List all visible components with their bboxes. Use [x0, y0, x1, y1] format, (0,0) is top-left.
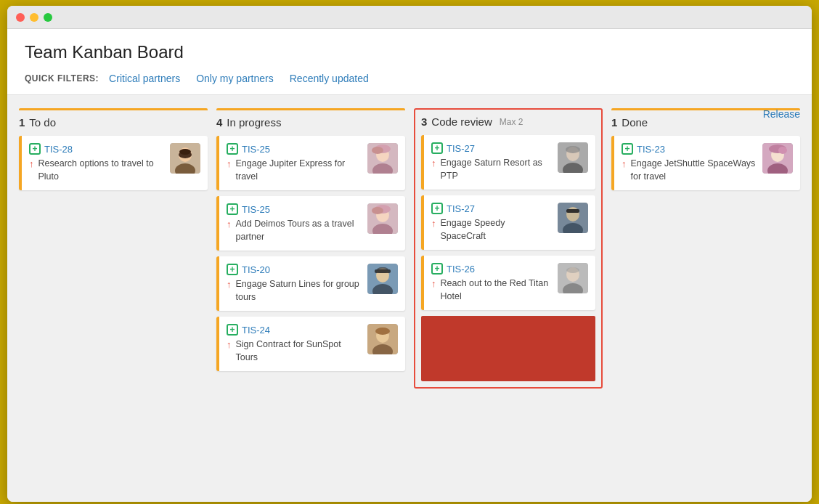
card-desc: ↑ Research options to travel to Pluto	[29, 158, 164, 183]
card-desc-text: Engage Speedy SpaceCraft	[441, 217, 553, 243]
card-desc-text: Sign Contract for SunSpot Tours	[236, 338, 362, 364]
svg-rect-31	[566, 209, 579, 213]
priority-icon: ↑	[227, 278, 232, 291]
app-window: Team Kanban Board QUICK FILTERS: Critica…	[7, 6, 812, 502]
card-id-row: + TIS-25	[227, 203, 362, 215]
card-desc: ↑ Engage Jupiter Express for travel	[227, 158, 362, 183]
quick-filters-label: QUICK FILTERS:	[25, 73, 99, 84]
avatar	[367, 324, 398, 354]
done-count: 1	[611, 116, 617, 129]
column-codereview: 3 Code review Max 2 + TIS-27 ↑	[414, 108, 603, 489]
todo-count: 1	[19, 116, 25, 129]
avatar-image	[367, 203, 398, 234]
add-icon: +	[431, 142, 443, 154]
done-cards: + TIS-23 ↑ Engage JetShuttle SpaceWays f…	[611, 136, 800, 190]
card-content: + TIS-28 ↑ Research options to travel to…	[29, 143, 164, 183]
card-content: + TIS-25 ↑ Add Deimos Tours as a travel …	[227, 203, 362, 243]
release-button[interactable]: Release	[763, 108, 800, 120]
card-desc: ↑ Engage Saturn Resort as PTP	[431, 157, 552, 182]
filter-critical-partners[interactable]: Critical partners	[109, 73, 180, 84]
avatar	[367, 264, 398, 294]
card-desc-text: Research options to travel to Pluto	[38, 158, 165, 183]
header: Team Kanban Board QUICK FILTERS: Critica…	[7, 29, 812, 95]
card-id[interactable]: TIS-26	[447, 264, 475, 275]
codereview-overflow	[421, 316, 595, 381]
add-icon: +	[227, 203, 238, 215]
card-id-row: + TIS-24	[227, 324, 362, 336]
svg-point-14	[372, 207, 383, 214]
filter-only-my-partners[interactable]: Only my partners	[196, 73, 274, 84]
avatar	[558, 263, 588, 293]
avatar-image	[170, 143, 200, 174]
priority-icon: ↑	[431, 157, 436, 170]
svg-point-27	[566, 146, 580, 153]
avatar-image	[558, 263, 588, 293]
card-id[interactable]: TIS-23	[637, 144, 665, 155]
card-tis23: + TIS-23 ↑ Engage JetShuttle SpaceWays f…	[611, 136, 800, 190]
svg-rect-19	[377, 267, 388, 273]
priority-icon: ↑	[227, 338, 232, 351]
column-header-todo: 1 To do	[19, 116, 208, 129]
card-id[interactable]: TIS-20	[242, 264, 270, 275]
avatar-image	[558, 203, 588, 233]
card-desc-text: Add Deimos Tours as a travel partner	[236, 218, 362, 243]
avatar	[558, 203, 588, 233]
avatar	[762, 143, 793, 174]
svg-point-4	[179, 149, 191, 155]
avatar	[367, 143, 398, 174]
priority-icon: ↑	[431, 217, 436, 230]
card-tis28: + TIS-28 ↑ Research options to travel to…	[19, 136, 208, 190]
minimize-dot[interactable]	[30, 13, 38, 22]
card-id-row: + TIS-23	[622, 143, 757, 155]
svg-point-9	[372, 147, 383, 154]
maximize-dot[interactable]	[44, 13, 52, 22]
card-tis26: + TIS-26 ↑ Reach out to the Red Titan Ho…	[421, 256, 595, 310]
card-desc-text: Engage Jupiter Express for travel	[236, 158, 362, 183]
card-id[interactable]: TIS-24	[242, 325, 270, 336]
close-dot[interactable]	[16, 13, 25, 22]
titlebar	[7, 6, 812, 29]
card-content: + TIS-24 ↑ Sign Contract for SunSpot Tou…	[227, 324, 362, 364]
card-content: + TIS-25 ↑ Engage Jupiter Express for tr…	[227, 143, 362, 183]
card-content: + TIS-27 ↑ Engage Saturn Resort as PTP	[431, 142, 552, 182]
priority-icon: ↑	[431, 277, 436, 290]
card-tis27-2: + TIS-27 ↑ Engage Speedy SpaceCraft	[421, 195, 595, 250]
card-desc: ↑ Engage Saturn Lines for group tours	[227, 278, 362, 304]
card-id[interactable]: TIS-25	[242, 204, 270, 215]
card-id[interactable]: TIS-27	[447, 203, 475, 214]
card-desc: ↑ Engage Speedy SpaceCraft	[431, 217, 552, 243]
kanban-board: Release 1 To do + TIS-28	[7, 95, 812, 502]
card-desc-text: Reach out to the Red Titan Hotel	[441, 277, 553, 303]
card-content: + TIS-20 ↑ Engage Saturn Lines for group…	[227, 264, 362, 304]
card-id[interactable]: TIS-25	[242, 144, 270, 155]
svg-point-40	[778, 147, 787, 154]
priority-icon: ↑	[29, 158, 34, 171]
svg-point-35	[566, 267, 579, 273]
card-desc-text: Engage Saturn Resort as PTP	[441, 157, 553, 182]
priority-icon: ↑	[227, 158, 232, 171]
card-tis24: + TIS-24 ↑ Sign Contract for SunSpot Tou…	[216, 317, 405, 371]
card-tis27-1: + TIS-27 ↑ Engage Saturn Resort as PTP	[421, 135, 595, 190]
card-id-row: + TIS-27	[431, 203, 552, 214]
add-icon: +	[431, 263, 443, 275]
card-desc: ↑ Sign Contract for SunSpot Tours	[227, 338, 362, 364]
add-icon: +	[227, 324, 238, 336]
add-icon: +	[622, 143, 633, 155]
avatar	[367, 203, 398, 234]
avatar-image	[367, 264, 398, 294]
avatar-image	[367, 324, 398, 354]
card-id[interactable]: TIS-28	[44, 144, 73, 155]
add-icon: +	[227, 143, 238, 155]
card-id-row: + TIS-25	[227, 143, 362, 155]
filter-recently-updated[interactable]: Recently updated	[290, 73, 369, 84]
card-id[interactable]: TIS-27	[447, 143, 475, 154]
card-content: + TIS-26 ↑ Reach out to the Red Titan Ho…	[431, 263, 552, 303]
codereview-cards: + TIS-27 ↑ Engage Saturn Resort as PTP	[421, 135, 595, 310]
todo-cards: + TIS-28 ↑ Research options to travel to…	[19, 136, 208, 190]
avatar-image	[558, 142, 588, 173]
card-desc-text: Engage JetShuttle SpaceWays for travel	[631, 158, 757, 183]
inprogress-count: 4	[216, 116, 222, 129]
column-header-codereview: 3 Code review Max 2	[421, 115, 595, 128]
page-title: Team Kanban Board	[25, 42, 794, 62]
card-desc: ↑ Reach out to the Red Titan Hotel	[431, 277, 552, 303]
